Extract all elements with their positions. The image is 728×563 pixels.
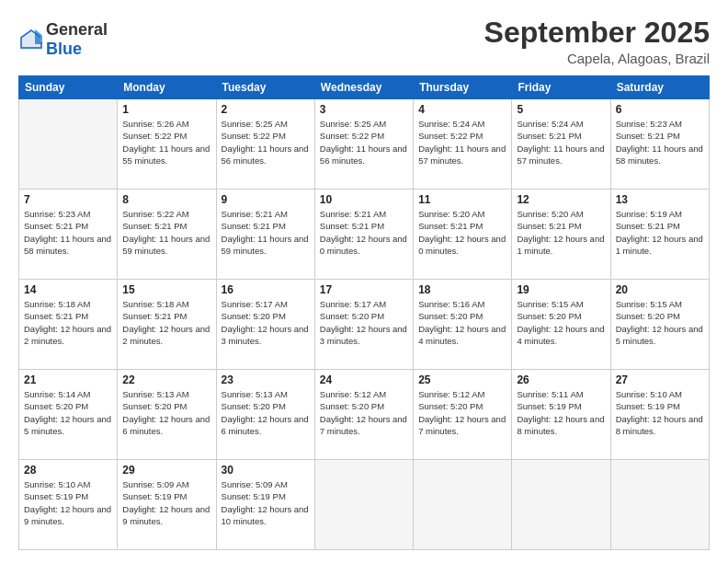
header: General Blue September 2025 Capela, Alag… <box>18 17 710 66</box>
cell-info: Sunrise: 5:25 AM Sunset: 5:22 PM Dayligh… <box>222 118 310 167</box>
cell-date: 25 <box>418 373 506 386</box>
calendar-cell: 18Sunrise: 5:16 AM Sunset: 5:20 PM Dayli… <box>414 280 512 370</box>
cell-info: Sunrise: 5:24 AM Sunset: 5:21 PM Dayligh… <box>517 118 605 167</box>
cell-info: Sunrise: 5:18 AM Sunset: 5:21 PM Dayligh… <box>24 298 112 347</box>
calendar-cell: 27Sunrise: 5:10 AM Sunset: 5:19 PM Dayli… <box>610 370 709 460</box>
cell-info: Sunrise: 5:09 AM Sunset: 5:19 PM Dayligh… <box>222 478 310 527</box>
cell-date: 9 <box>222 193 310 206</box>
cell-info: Sunrise: 5:25 AM Sunset: 5:22 PM Dayligh… <box>320 118 408 167</box>
cell-info: Sunrise: 5:20 AM Sunset: 5:21 PM Dayligh… <box>517 208 605 257</box>
calendar-cell: 7Sunrise: 5:23 AM Sunset: 5:21 PM Daylig… <box>19 190 118 280</box>
logo: General Blue <box>18 20 108 58</box>
cell-date: 12 <box>517 193 605 206</box>
calendar-cell <box>512 460 610 550</box>
calendar-cell: 8Sunrise: 5:22 AM Sunset: 5:21 PM Daylig… <box>118 190 216 280</box>
calendar-table: Sunday Monday Tuesday Wednesday Thursday… <box>18 75 710 550</box>
calendar-cell: 10Sunrise: 5:21 AM Sunset: 5:21 PM Dayli… <box>314 190 413 280</box>
col-wednesday: Wednesday <box>314 76 413 99</box>
cell-date: 2 <box>222 103 310 116</box>
calendar-header-row: Sunday Monday Tuesday Wednesday Thursday… <box>19 76 710 99</box>
cell-info: Sunrise: 5:15 AM Sunset: 5:20 PM Dayligh… <box>616 298 704 347</box>
cell-info: Sunrise: 5:13 AM Sunset: 5:20 PM Dayligh… <box>222 388 310 437</box>
logo-general: General <box>46 20 108 40</box>
cell-date: 30 <box>222 464 310 477</box>
calendar-week-2: 14Sunrise: 5:18 AM Sunset: 5:21 PM Dayli… <box>19 280 710 370</box>
cell-info: Sunrise: 5:17 AM Sunset: 5:20 PM Dayligh… <box>320 298 408 347</box>
title-block: September 2025 Capela, Alagoas, Brazil <box>484 17 710 66</box>
calendar-cell: 6Sunrise: 5:23 AM Sunset: 5:21 PM Daylig… <box>610 99 709 190</box>
logo-blue: Blue <box>46 40 108 59</box>
cell-info: Sunrise: 5:12 AM Sunset: 5:20 PM Dayligh… <box>418 388 506 437</box>
calendar-cell <box>314 460 413 550</box>
cell-info: Sunrise: 5:19 AM Sunset: 5:21 PM Dayligh… <box>616 208 704 257</box>
cell-date: 26 <box>517 373 605 386</box>
calendar-week-0: 1Sunrise: 5:26 AM Sunset: 5:22 PM Daylig… <box>19 99 710 190</box>
calendar-week-1: 7Sunrise: 5:23 AM Sunset: 5:21 PM Daylig… <box>19 190 710 280</box>
cell-date: 21 <box>24 373 112 386</box>
cell-info: Sunrise: 5:26 AM Sunset: 5:22 PM Dayligh… <box>122 118 210 167</box>
cell-date: 5 <box>517 103 605 116</box>
calendar-cell <box>19 99 118 190</box>
calendar-cell: 29Sunrise: 5:09 AM Sunset: 5:19 PM Dayli… <box>118 460 216 550</box>
calendar-cell: 4Sunrise: 5:24 AM Sunset: 5:22 PM Daylig… <box>414 99 512 190</box>
calendar-week-3: 21Sunrise: 5:14 AM Sunset: 5:20 PM Dayli… <box>19 370 710 460</box>
cell-date: 19 <box>517 283 605 296</box>
calendar-cell: 9Sunrise: 5:21 AM Sunset: 5:21 PM Daylig… <box>216 190 314 280</box>
cell-info: Sunrise: 5:17 AM Sunset: 5:20 PM Dayligh… <box>222 298 310 347</box>
cell-date: 3 <box>320 103 408 116</box>
calendar-cell: 11Sunrise: 5:20 AM Sunset: 5:21 PM Dayli… <box>414 190 512 280</box>
col-saturday: Saturday <box>610 76 709 99</box>
calendar-cell <box>414 460 512 550</box>
cell-date: 27 <box>616 373 704 386</box>
cell-date: 13 <box>616 193 704 206</box>
calendar-cell: 15Sunrise: 5:18 AM Sunset: 5:21 PM Dayli… <box>118 280 216 370</box>
calendar-cell: 26Sunrise: 5:11 AM Sunset: 5:19 PM Dayli… <box>512 370 610 460</box>
cell-info: Sunrise: 5:20 AM Sunset: 5:21 PM Dayligh… <box>418 208 506 257</box>
cell-date: 6 <box>616 103 704 116</box>
cell-info: Sunrise: 5:13 AM Sunset: 5:20 PM Dayligh… <box>122 388 210 437</box>
cell-date: 29 <box>122 464 210 477</box>
cell-info: Sunrise: 5:10 AM Sunset: 5:19 PM Dayligh… <box>24 478 112 527</box>
cell-date: 7 <box>24 193 112 206</box>
calendar-cell: 28Sunrise: 5:10 AM Sunset: 5:19 PM Dayli… <box>19 460 118 550</box>
cell-info: Sunrise: 5:15 AM Sunset: 5:20 PM Dayligh… <box>517 298 605 347</box>
calendar-cell: 19Sunrise: 5:15 AM Sunset: 5:20 PM Dayli… <box>512 280 610 370</box>
cell-date: 22 <box>122 373 210 386</box>
cell-info: Sunrise: 5:21 AM Sunset: 5:21 PM Dayligh… <box>320 208 408 257</box>
col-thursday: Thursday <box>414 76 512 99</box>
calendar-cell: 25Sunrise: 5:12 AM Sunset: 5:20 PM Dayli… <box>414 370 512 460</box>
calendar-cell: 13Sunrise: 5:19 AM Sunset: 5:21 PM Dayli… <box>610 190 709 280</box>
calendar-week-4: 28Sunrise: 5:10 AM Sunset: 5:19 PM Dayli… <box>19 460 710 550</box>
cell-date: 18 <box>418 283 506 296</box>
cell-date: 14 <box>24 283 112 296</box>
calendar-cell: 21Sunrise: 5:14 AM Sunset: 5:20 PM Dayli… <box>19 370 118 460</box>
cell-date: 11 <box>418 193 506 206</box>
calendar-cell: 24Sunrise: 5:12 AM Sunset: 5:20 PM Dayli… <box>314 370 413 460</box>
cell-info: Sunrise: 5:24 AM Sunset: 5:22 PM Dayligh… <box>418 118 506 167</box>
calendar-cell: 5Sunrise: 5:24 AM Sunset: 5:21 PM Daylig… <box>512 99 610 190</box>
cell-date: 4 <box>418 103 506 116</box>
calendar-cell: 22Sunrise: 5:13 AM Sunset: 5:20 PM Dayli… <box>118 370 216 460</box>
calendar-cell <box>610 460 709 550</box>
col-sunday: Sunday <box>19 76 118 99</box>
cell-date: 15 <box>122 283 210 296</box>
cell-info: Sunrise: 5:22 AM Sunset: 5:21 PM Dayligh… <box>122 208 210 257</box>
calendar-cell: 30Sunrise: 5:09 AM Sunset: 5:19 PM Dayli… <box>216 460 314 550</box>
cell-date: 16 <box>222 283 310 296</box>
cell-date: 28 <box>24 464 112 477</box>
col-friday: Friday <box>512 76 610 99</box>
calendar-cell: 14Sunrise: 5:18 AM Sunset: 5:21 PM Dayli… <box>19 280 118 370</box>
cell-date: 23 <box>222 373 310 386</box>
cell-date: 10 <box>320 193 408 206</box>
calendar-cell: 16Sunrise: 5:17 AM Sunset: 5:20 PM Dayli… <box>216 280 314 370</box>
logo-icon <box>18 28 44 53</box>
cell-date: 24 <box>320 373 408 386</box>
calendar-cell: 1Sunrise: 5:26 AM Sunset: 5:22 PM Daylig… <box>118 99 216 190</box>
cell-date: 20 <box>616 283 704 296</box>
calendar-cell: 23Sunrise: 5:13 AM Sunset: 5:20 PM Dayli… <box>216 370 314 460</box>
calendar-cell: 12Sunrise: 5:20 AM Sunset: 5:21 PM Dayli… <box>512 190 610 280</box>
col-tuesday: Tuesday <box>216 76 314 99</box>
cell-info: Sunrise: 5:12 AM Sunset: 5:20 PM Dayligh… <box>320 388 408 437</box>
cell-info: Sunrise: 5:21 AM Sunset: 5:21 PM Dayligh… <box>222 208 310 257</box>
cell-date: 17 <box>320 283 408 296</box>
